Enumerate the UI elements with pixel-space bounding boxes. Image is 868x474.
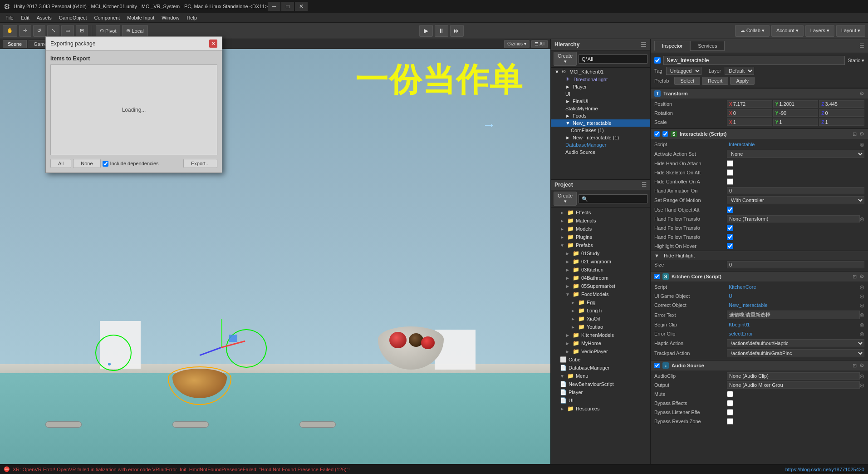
error-text-icon[interactable]: ◎	[860, 312, 864, 318]
hierarchy-create-button[interactable]: Create ▾	[554, 52, 577, 66]
project-item-cube[interactable]: ⬜ Cube	[551, 356, 650, 364]
audio-source-header[interactable]: ♪ Audio Source ⊡ ⚙	[651, 360, 868, 370]
project-item-effects[interactable]: ► 📁 Effects	[551, 208, 650, 217]
project-item-newbehaviour[interactable]: 📄 NewBehaviourScript	[551, 380, 650, 388]
pivot-button[interactable]: ⊙ Pivot	[96, 25, 120, 37]
hierarchy-item-finalui[interactable]: ► FinalUI	[551, 98, 650, 105]
revert-button[interactable]: Revert	[702, 77, 728, 85]
hierarchy-item-player[interactable]: ► Player	[551, 83, 650, 90]
play-button[interactable]: ▶	[419, 25, 433, 37]
collab-button[interactable]: ☁ Collab ▾	[735, 25, 770, 37]
none-button[interactable]: None	[73, 159, 100, 168]
select-button[interactable]: Select	[674, 77, 700, 85]
bypass-reverb-checkbox[interactable]	[727, 418, 733, 425]
interactable-checkbox-2[interactable]	[662, 131, 668, 137]
export-button[interactable]: Export...	[183, 159, 217, 168]
include-deps-checkbox[interactable]	[103, 161, 108, 167]
interactable-settings-icon[interactable]: ⚙	[859, 131, 864, 137]
project-item-models[interactable]: ► 📁 Models	[551, 225, 650, 233]
activate-action-select[interactable]: None	[727, 150, 864, 158]
project-item-databasemanager[interactable]: 📄 DatabaseManager	[551, 364, 650, 372]
layer-select[interactable]: Default	[725, 67, 754, 75]
object-name-field[interactable]	[663, 56, 845, 65]
hand-tool[interactable]: ✋	[3, 25, 17, 37]
interactable-copy-icon[interactable]: ⊡	[853, 131, 857, 137]
scale-tool[interactable]: ⤡	[47, 25, 59, 37]
project-item-materials[interactable]: ► 📁 Materials	[551, 217, 650, 225]
audio-source-settings-icon[interactable]: ⚙	[859, 362, 864, 369]
menu-edit[interactable]: Edit	[17, 14, 33, 21]
status-link[interactable]: https://blog.csdn.net/y18771025420	[785, 467, 864, 472]
begin-clip-icon[interactable]: ◎	[860, 322, 864, 328]
hierarchy-item-staticmyhome[interactable]: StaticMyHome	[551, 105, 650, 112]
kc-script-icon[interactable]: ◎	[860, 284, 864, 290]
inspector-tab[interactable]: Inspector	[654, 41, 690, 51]
rect-tool[interactable]: ▭	[61, 25, 74, 37]
project-item-foodmodels[interactable]: ▼ 📁 FoodModels	[551, 290, 650, 298]
highlight-hover-checkbox[interactable]	[727, 243, 733, 249]
audio-source-copy-icon[interactable]: ⊡	[853, 363, 857, 369]
bypass-effects-checkbox[interactable]	[727, 400, 733, 406]
apply-button[interactable]: Apply	[730, 77, 755, 85]
audio-clip-icon[interactable]: ◎	[860, 373, 864, 379]
correct-object-icon[interactable]: ◎	[860, 302, 864, 308]
trackpad-action-select[interactable]: \actions\default\in\GrabPinc	[727, 349, 864, 357]
hide-skeleton-checkbox[interactable]	[727, 169, 733, 176]
mute-checkbox[interactable]	[727, 391, 733, 397]
project-item-02livingroom[interactable]: ► 📁 02Livingroom	[551, 257, 650, 266]
project-item-player[interactable]: 📄 Player	[551, 388, 650, 396]
hierarchy-item-ui[interactable]: UI	[551, 90, 650, 98]
services-tab[interactable]: Services	[690, 41, 725, 51]
project-item-01study[interactable]: ► 📁 01Study	[551, 249, 650, 257]
bypass-listener-checkbox[interactable]	[727, 409, 733, 415]
project-item-plugins[interactable]: ► 📁 Plugins	[551, 233, 650, 241]
interactable-checkbox[interactable]	[654, 131, 660, 137]
project-item-ui[interactable]: 📄 UI	[551, 396, 650, 405]
hierarchy-item-new-interactable-1[interactable]: ► New_Interactable (1)	[551, 134, 650, 141]
project-item-xiaoil[interactable]: ► 📁 XiaOil	[551, 315, 650, 323]
project-item-kitchenmodels[interactable]: ► 📁 KitchenModels	[551, 331, 650, 339]
output-icon[interactable]: ◎	[860, 382, 864, 388]
inspector-menu-icon[interactable]: ☰	[859, 43, 864, 49]
kitchen-core-checkbox[interactable]	[654, 274, 660, 279]
all-button[interactable]: All	[50, 159, 71, 168]
project-item-03kitchen[interactable]: ► 📁 03Kitchen	[551, 266, 650, 274]
ui-go-icon[interactable]: ◎	[860, 293, 864, 299]
hierarchy-item-audio-source[interactable]: Audio Source	[551, 148, 650, 156]
menu-file[interactable]: File	[2, 14, 17, 21]
hide-controller-checkbox[interactable]	[727, 178, 733, 185]
menu-component[interactable]: Component	[90, 14, 123, 21]
account-button[interactable]: Account ▾	[771, 25, 804, 37]
object-active-checkbox[interactable]	[654, 57, 661, 64]
kitchen-core-copy-icon[interactable]: ⊡	[853, 274, 857, 280]
kitchen-core-settings-icon[interactable]: ⚙	[859, 273, 864, 280]
project-item-prefabs[interactable]: ▼ 📁 Prefabs	[551, 241, 650, 249]
minimize-button[interactable]: ─	[268, 2, 280, 11]
hand-follow3-checkbox[interactable]	[727, 234, 733, 240]
dialog-close-button[interactable]: ✕	[209, 40, 217, 48]
menu-window[interactable]: Window	[158, 14, 183, 21]
project-item-vedioplayer[interactable]: ► 📁 VedioPlayer	[551, 347, 650, 356]
menu-mobile-input[interactable]: Mobile Input	[123, 14, 158, 21]
hierarchy-item-mci-kitchen[interactable]: ▼ ⊙ MCI_Kitchen01	[551, 68, 650, 75]
kitchen-core-header[interactable]: S Kitchen Core (Script) ⊡ ⚙	[651, 271, 868, 281]
hierarchy-menu-icon[interactable]: ☰	[641, 41, 647, 48]
project-search-input[interactable]	[579, 194, 647, 203]
range-of-motion-select[interactable]: With Controller	[727, 196, 864, 204]
scene-tab[interactable]: Scene	[3, 40, 27, 48]
tag-select[interactable]: Untagged	[666, 67, 701, 75]
project-item-resources[interactable]: ► 📁 Resources	[551, 405, 650, 413]
all-button[interactable]: ☰ All	[531, 40, 548, 48]
maximize-button[interactable]: □	[281, 2, 294, 11]
interactable-header[interactable]: S Interactable (Script) ⊡ ⚙	[651, 128, 868, 139]
hide-highlight-section[interactable]: ▼ Hide Highlight	[651, 251, 868, 260]
project-item-egg[interactable]: ► 📁 Egg	[551, 298, 650, 306]
move-tool[interactable]: ✛	[19, 25, 31, 37]
menu-gameobject[interactable]: GameObject	[55, 14, 91, 21]
hierarchy-item-cornflakes[interactable]: CornFlakes (1)	[551, 127, 650, 134]
menu-assets[interactable]: Assets	[33, 14, 55, 21]
project-create-button[interactable]: Create ▾	[554, 192, 577, 206]
hierarchy-item-new-interactable[interactable]: ▼ New_Interactable	[551, 119, 650, 127]
project-item-youtiao[interactable]: ► 📁 Youtiao	[551, 323, 650, 331]
hierarchy-search-input[interactable]	[579, 54, 647, 64]
